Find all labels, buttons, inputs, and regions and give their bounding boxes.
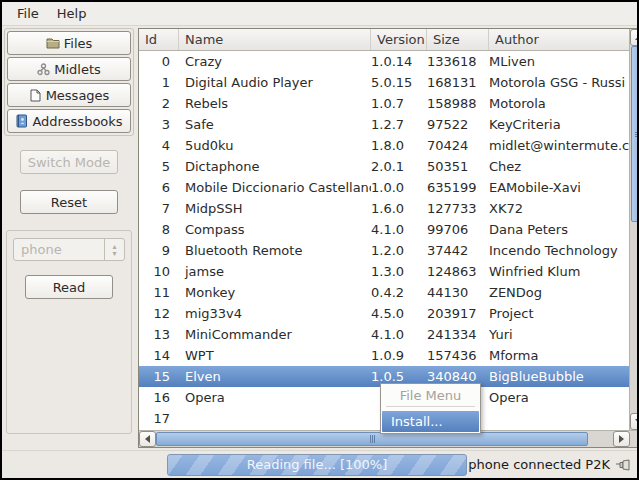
phone-frame: phone ▴▾ Read	[6, 230, 132, 434]
cell-size: 127733	[427, 201, 489, 216]
column-header-size[interactable]: Size	[427, 29, 489, 50]
cell-author: Incendo Technology	[489, 243, 629, 258]
cell-version: 4.5.0	[371, 306, 427, 321]
vertical-scrollbar[interactable]	[629, 29, 639, 430]
column-header-id[interactable]: Id	[139, 29, 179, 50]
cell-name: Opera	[179, 390, 371, 405]
cell-size: 37442	[427, 243, 489, 258]
sidebar-nav-frame: Files Midlets Messages Addressbooks	[4, 28, 134, 136]
menu-file[interactable]: File	[8, 3, 48, 24]
cell-size: 203917	[427, 306, 489, 321]
chevron-right-icon	[619, 435, 624, 443]
sidebar-item-midlets[interactable]: Midlets	[7, 57, 131, 81]
sidebar-item-addressbooks[interactable]: Addressbooks	[7, 109, 131, 133]
column-header-name[interactable]: Name	[179, 29, 371, 50]
cell-author: Winfried Klum	[489, 264, 629, 279]
cell-size: 133618	[427, 54, 489, 69]
cell-id: 11	[139, 285, 179, 300]
menu-help[interactable]: Help	[48, 3, 96, 24]
folder-icon	[46, 37, 60, 49]
sidebar-actions: Switch Mode Reset	[4, 136, 134, 214]
cell-author: Motorola	[489, 96, 629, 111]
cell-name: 5ud0ku	[179, 138, 371, 153]
column-header-author[interactable]: Author	[489, 29, 629, 50]
cell-author: Chez	[489, 159, 629, 174]
scroll-down-button[interactable]	[630, 413, 639, 430]
cell-id: 15	[139, 369, 179, 384]
horizontal-scrollbar-thumb[interactable]	[156, 432, 588, 446]
cell-id: 16	[139, 390, 179, 405]
vertical-scrollbar-thumb[interactable]	[631, 46, 639, 222]
cell-author: Yuri	[489, 327, 629, 342]
cell-id: 3	[139, 117, 179, 132]
cell-name: Crazy	[179, 54, 371, 69]
menubar: File Help	[2, 2, 637, 26]
cell-id: 6	[139, 180, 179, 195]
phone-select[interactable]: phone ▴▾	[13, 238, 125, 261]
table-row[interactable]: 6Mobile Diccionario Castellano1.0.063519…	[139, 177, 629, 198]
read-button[interactable]: Read	[25, 275, 113, 299]
cell-id: 5	[139, 159, 179, 174]
cell-author: midlet@wintermute.c	[489, 138, 629, 153]
cell-author: EAMobile-Xavi	[489, 180, 629, 195]
table-row[interactable]: 14WPT1.0.9157436Mforma	[139, 345, 629, 366]
cell-version: 2.0.1	[371, 159, 427, 174]
cell-version: 1.2.7	[371, 117, 427, 132]
cell-id: 2	[139, 96, 179, 111]
chevron-up-icon	[635, 35, 639, 40]
table-row[interactable]: 3Safe1.2.797522KeyCriteria	[139, 114, 629, 135]
main-content: Files Midlets Messages Addressbooks	[2, 26, 637, 450]
table-row[interactable]: 10jamse1.3.0124863Winfried Klum	[139, 261, 629, 282]
cell-id: 8	[139, 222, 179, 237]
cell-version: 5.0.15	[371, 75, 427, 90]
cell-name: mig33v4	[179, 306, 371, 321]
cell-id: 9	[139, 243, 179, 258]
sidebar-item-messages[interactable]: Messages	[7, 83, 131, 107]
sidebar-item-addressbooks-label: Addressbooks	[32, 114, 122, 129]
cell-size: 124863	[427, 264, 489, 279]
table-row[interactable]: 12mig33v44.5.0203917Project	[139, 303, 629, 324]
cell-size: 157436	[427, 348, 489, 363]
cell-id: 14	[139, 348, 179, 363]
chevron-left-icon	[145, 435, 150, 443]
thumb-grip-icon	[635, 132, 639, 137]
reset-button[interactable]: Reset	[20, 190, 118, 214]
switch-mode-button: Switch Mode	[20, 150, 118, 174]
cell-size: 99706	[427, 222, 489, 237]
addressbook-icon	[15, 114, 28, 128]
context-menu-title: File Menu	[382, 386, 479, 406]
cell-author: Motorola GSG - Russi	[489, 75, 629, 90]
column-header-version[interactable]: Version	[371, 29, 427, 50]
table-row[interactable]: 2Rebels1.0.7158988Motorola	[139, 93, 629, 114]
table-row[interactable]: 9Bluetooth Remote1.2.037442Incendo Techn…	[139, 240, 629, 261]
table-row[interactable]: 11Monkey0.4.244130ZENDog	[139, 282, 629, 303]
table-row[interactable]: 45ud0ku1.8.070424midlet@wintermute.c	[139, 135, 629, 156]
cell-name: jamse	[179, 264, 371, 279]
cell-id: 10	[139, 264, 179, 279]
menu-item-install[interactable]: Install...	[382, 411, 479, 432]
cell-id: 17	[139, 411, 179, 426]
table-row[interactable]: 1Digital Audio Player5.0.15168131Motorol…	[139, 72, 629, 93]
table-row[interactable]: 8Compass4.1.099706Dana Peters	[139, 219, 629, 240]
phone-select-value: phone	[14, 242, 104, 257]
application-window: { "menubar": { "items": ["File", "Help"]…	[0, 0, 639, 480]
cell-size: 241334	[427, 327, 489, 342]
cell-version: 4.1.0	[371, 327, 427, 342]
cell-version: 1.0.14	[371, 54, 427, 69]
scroll-left-button[interactable]	[139, 431, 156, 447]
progress-label: Reading file... [100%]	[247, 457, 388, 472]
scroll-up-button[interactable]	[630, 29, 639, 46]
table-row[interactable]: 5Dictaphone2.0.150351Chez	[139, 156, 629, 177]
context-menu: File Menu Install...	[380, 383, 481, 434]
cell-id: 13	[139, 327, 179, 342]
cell-version: 1.0.7	[371, 96, 427, 111]
scroll-right-button[interactable]	[613, 431, 630, 447]
select-spinner-icon: ▴▾	[104, 239, 124, 260]
cell-author: Mforma	[489, 348, 629, 363]
table-row[interactable]: 13MiniCommander4.1.0241334Yuri	[139, 324, 629, 345]
sidebar-item-files[interactable]: Files	[7, 31, 131, 55]
sidebar: Files Midlets Messages Addressbooks	[2, 26, 134, 450]
table-row[interactable]: 0Crazy1.0.14133618MLiven	[139, 51, 629, 72]
cell-id: 0	[139, 54, 179, 69]
table-row[interactable]: 7MidpSSH1.6.0127733XK72	[139, 198, 629, 219]
